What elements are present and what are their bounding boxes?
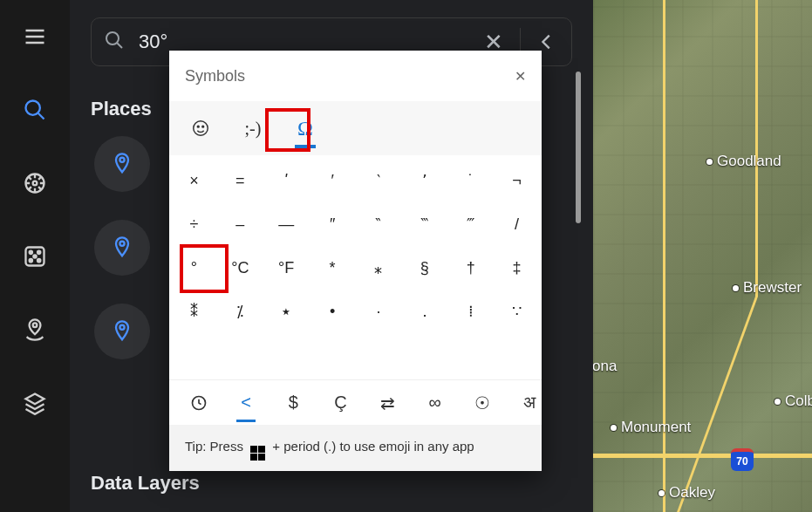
symbol-cell[interactable]: ″ — [310, 202, 356, 246]
symbol-cell[interactable]: °C — [217, 246, 263, 290]
map-canvas[interactable]: Goodland Brewster Colby Monument Oakley … — [593, 0, 812, 512]
wheel-icon[interactable] — [23, 171, 47, 195]
picker-tabs: ;-) Ω — [169, 101, 542, 155]
search-nav-icon[interactable] — [23, 98, 47, 122]
symbol-cell[interactable]: ‡ — [494, 246, 540, 290]
city-label: Goodland — [706, 153, 781, 170]
datalayers-heading: Data Layers — [91, 472, 200, 495]
scrollbar[interactable] — [576, 72, 581, 223]
symbols-grid: ×=ʹ′‵٬˙¬÷–—″‶‷‴/°°C°F*⁎§†‡⁑⁒٭•·․⁞∵ — [169, 155, 542, 379]
symbol-cell[interactable]: ٭ — [263, 290, 310, 333]
tab-symbols[interactable]: Ω — [291, 108, 319, 148]
city-label: Monument — [611, 419, 691, 436]
symbol-cell[interactable]: ⁑ — [171, 290, 217, 333]
symbols-picker: Symbols ✕ ;-) Ω ×=ʹ′‵٬˙¬÷–—″‶‷‴/°°C°F*⁎§… — [169, 51, 542, 471]
symbol-cell[interactable]: ⁞ — [447, 290, 494, 333]
svg-point-0 — [26, 101, 40, 115]
road — [676, 297, 758, 512]
symbol-cell[interactable]: × — [171, 159, 217, 202]
svg-point-14 — [194, 121, 208, 136]
svg-point-10 — [106, 32, 119, 44]
cat-language[interactable]: अ — [517, 386, 542, 420]
place-pin[interactable] — [94, 304, 150, 359]
symbol-cell[interactable]: ′ — [310, 159, 356, 202]
svg-point-7 — [38, 259, 40, 262]
layers-icon[interactable] — [23, 391, 47, 415]
symbol-cell[interactable]: § — [401, 246, 447, 290]
symbol-cell[interactable]: · — [356, 290, 402, 333]
cat-recent[interactable] — [187, 386, 211, 420]
symbol-cell[interactable]: ʹ — [263, 159, 310, 202]
tip-text: + period (.) to use emoji in any app — [272, 439, 474, 454]
cat-latin[interactable]: Ç — [328, 386, 352, 420]
svg-point-5 — [38, 251, 40, 254]
tip-bar: Tip: Press + period (.) to use emoji in … — [169, 425, 542, 471]
svg-point-11 — [119, 158, 124, 162]
cat-geometric[interactable]: ☉ — [470, 386, 495, 420]
symbol-cell[interactable]: ∵ — [494, 290, 540, 333]
place-pin[interactable] — [94, 220, 150, 276]
pin-stack-icon[interactable] — [23, 317, 47, 342]
symbol-cell[interactable]: † — [447, 246, 494, 290]
symbol-cell[interactable]: ⁒ — [217, 290, 263, 333]
hamburger-icon[interactable] — [23, 24, 47, 49]
search-icon — [104, 30, 125, 54]
cat-math[interactable]: ∞ — [423, 386, 447, 420]
symbol-cell[interactable]: °F — [263, 246, 310, 290]
close-icon[interactable]: ✕ — [515, 68, 526, 85]
tab-emoji[interactable] — [187, 108, 215, 148]
symbol-cell[interactable]: / — [494, 202, 540, 246]
highway — [593, 454, 812, 458]
category-row: < $ Ç ⇄ ∞ ☉ अ — [169, 379, 542, 425]
road — [755, 0, 758, 297]
windows-logo-icon — [250, 446, 265, 461]
symbol-cell[interactable]: ‷ — [401, 202, 447, 246]
interstate-shield: 70 — [731, 448, 754, 471]
symbol-cell[interactable]: ˙ — [447, 159, 494, 202]
svg-point-16 — [202, 126, 204, 127]
symbol-cell[interactable]: ¬ — [494, 159, 540, 202]
city-label: ona — [593, 358, 617, 375]
svg-point-6 — [30, 259, 32, 262]
tip-text: Tip: Press — [185, 439, 247, 454]
symbol-cell[interactable]: — — [263, 202, 310, 246]
svg-point-12 — [119, 242, 124, 246]
svg-point-13 — [119, 325, 124, 330]
city-label: Oakley — [658, 484, 715, 502]
symbol-cell[interactable]: ÷ — [171, 202, 217, 246]
svg-point-8 — [33, 255, 36, 257]
city-label: Brewster — [733, 279, 802, 297]
symbol-cell[interactable]: – — [217, 202, 263, 246]
tab-kaomoji[interactable]: ;-) — [239, 108, 267, 148]
svg-point-15 — [197, 126, 199, 127]
nav-rail — [0, 0, 70, 512]
symbol-cell[interactable]: ‶ — [356, 202, 402, 246]
symbol-cell[interactable]: • — [310, 290, 356, 333]
symbol-cell[interactable]: ⁎ — [356, 246, 402, 290]
symbol-cell[interactable]: ․ — [401, 290, 447, 333]
cat-currency[interactable]: $ — [281, 386, 305, 420]
svg-point-4 — [30, 251, 32, 254]
place-pin[interactable] — [94, 136, 150, 192]
popup-title: Symbols — [185, 67, 245, 85]
svg-point-9 — [33, 323, 38, 327]
symbol-cell[interactable]: * — [310, 246, 356, 290]
cat-punctuation[interactable]: < — [234, 386, 258, 420]
symbol-cell[interactable]: ٬ — [401, 159, 447, 202]
dice-icon[interactable] — [23, 244, 47, 269]
svg-point-2 — [33, 181, 38, 186]
city-label: Colby — [774, 393, 812, 410]
symbol-cell[interactable]: ° — [171, 246, 217, 290]
symbol-cell[interactable]: ‵ — [356, 159, 402, 202]
symbol-cell[interactable]: ‴ — [447, 202, 494, 246]
symbol-cell[interactable]: = — [217, 159, 263, 202]
cat-arrows[interactable]: ⇄ — [376, 386, 400, 420]
